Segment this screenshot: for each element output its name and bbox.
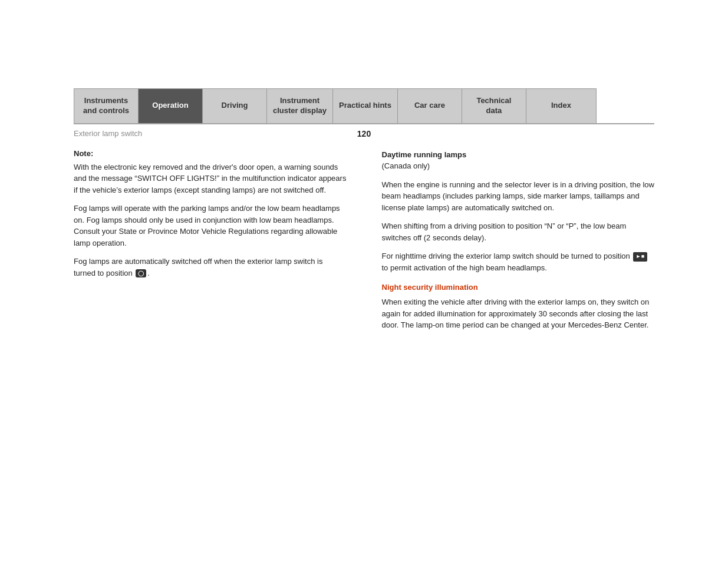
left-column: Note: With the electronic key removed an…: [74, 149, 353, 338]
left-para-3-text: Fog lamps are automatically switched off…: [74, 257, 322, 277]
tab-label: Technical data: [476, 96, 511, 116]
nav-tabs: Instruments and controls Operation Drivi…: [74, 88, 654, 123]
tab-label: Driving: [222, 101, 248, 111]
right-para-3-cont: to permit activation of the high beam he…: [382, 263, 547, 272]
tab-instrument-cluster-display[interactable]: Instrument cluster display: [266, 88, 333, 123]
page-number: 120: [267, 129, 460, 138]
high-beam-icon: ►■: [633, 252, 647, 262]
left-para-2: Fog lamps will operate with the parking …: [74, 203, 347, 249]
tab-label: Instruments and controls: [83, 96, 129, 116]
tab-car-care[interactable]: Car care: [397, 88, 462, 123]
right-para-3: For nighttime driving the exterior lamp …: [382, 250, 655, 273]
note-label: Note:: [74, 149, 347, 158]
right-para-3-text: For nighttime driving the exterior lamp …: [382, 252, 630, 260]
tab-index[interactable]: Index: [526, 88, 597, 123]
daytime-subtitle: (Canada only): [382, 161, 430, 170]
lamp-icon-circle: ◯: [136, 269, 146, 277]
tab-label: Car care: [414, 101, 445, 111]
tab-label: Index: [551, 101, 571, 111]
night-security-title: Night security illumination: [382, 283, 655, 292]
page-header: Exterior lamp switch 120: [74, 124, 654, 143]
right-para-2: When shifting from a driving position to…: [382, 220, 655, 243]
daytime-title-block: Daytime running lamps (Canada only): [382, 149, 655, 172]
night-security-para: When exiting the vehicle after driving w…: [382, 296, 655, 331]
tab-label: Operation: [152, 101, 188, 111]
breadcrumb: Exterior lamp switch: [74, 129, 267, 138]
daytime-title: Daytime running lamps: [382, 150, 467, 159]
tab-label: Practical hints: [339, 101, 391, 111]
left-para-1: With the electronic key removed and the …: [74, 161, 347, 196]
tab-instruments-and-controls[interactable]: Instruments and controls: [74, 88, 139, 123]
tab-technical-data[interactable]: Technical data: [462, 88, 526, 123]
right-column: Daytime running lamps (Canada only) When…: [376, 149, 655, 338]
right-para-1: When the engine is running and the selec…: [382, 179, 655, 214]
tab-operation[interactable]: Operation: [138, 88, 203, 123]
tab-label: Instrument cluster display: [273, 96, 327, 116]
tab-practical-hints[interactable]: Practical hints: [332, 88, 398, 123]
tab-driving[interactable]: Driving: [202, 88, 267, 123]
content-area: Note: With the electronic key removed an…: [74, 149, 654, 338]
left-para-3: Fog lamps are automatically switched off…: [74, 256, 347, 279]
